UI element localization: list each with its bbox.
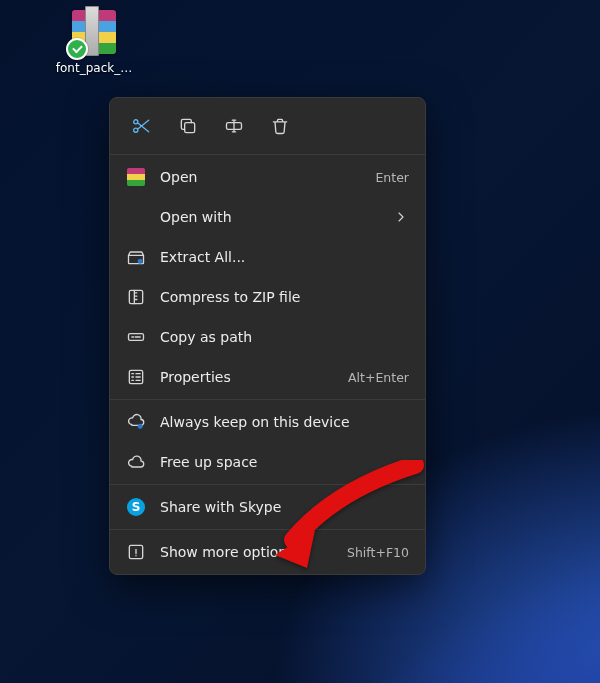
menu-item-open-with[interactable]: Open with [110, 197, 425, 237]
separator [110, 154, 425, 155]
svg-rect-0 [185, 123, 195, 133]
trash-icon [270, 116, 290, 136]
skype-icon: S [126, 497, 146, 517]
menu-item-label: Compress to ZIP file [160, 289, 409, 305]
desktop-file-label: font_pack_… [51, 61, 137, 75]
zip-icon [126, 287, 146, 307]
menu-item-show-more-options[interactable]: Show more options Shift+F10 [110, 532, 425, 572]
copy-path-icon [126, 327, 146, 347]
menu-item-label: Always keep on this device [160, 414, 409, 430]
menu-item-compress[interactable]: Compress to ZIP file [110, 277, 425, 317]
desktop-file-item[interactable]: font_pack_… [51, 8, 137, 75]
properties-icon [126, 367, 146, 387]
menu-item-share-skype[interactable]: S Share with Skype [110, 487, 425, 527]
show-more-icon [126, 542, 146, 562]
menu-item-label: Extract All... [160, 249, 409, 265]
rename-icon [224, 116, 244, 136]
menu-item-copy-as-path[interactable]: Copy as path [110, 317, 425, 357]
svg-point-6 [138, 424, 143, 429]
scissors-icon [132, 116, 152, 136]
separator [110, 484, 425, 485]
menu-item-label: Open with [160, 209, 393, 225]
delete-button[interactable] [262, 110, 298, 142]
copy-icon [178, 116, 198, 136]
cloud-sync-icon [126, 412, 146, 432]
extract-icon [126, 247, 146, 267]
cut-button[interactable] [124, 110, 160, 142]
chevron-right-icon [393, 209, 409, 225]
menu-item-extract-all[interactable]: Extract All... [110, 237, 425, 277]
menu-item-properties[interactable]: Properties Alt+Enter [110, 357, 425, 397]
copy-button[interactable] [170, 110, 206, 142]
context-menu: Open Enter Open with Extract All... Comp… [109, 97, 426, 575]
menu-item-label: Show more options [160, 544, 347, 560]
menu-item-accelerator: Shift+F10 [347, 545, 409, 560]
separator [110, 529, 425, 530]
menu-item-accelerator: Alt+Enter [348, 370, 409, 385]
menu-item-label: Share with Skype [160, 499, 409, 515]
menu-item-always-keep[interactable]: Always keep on this device [110, 402, 425, 442]
menu-item-label: Properties [160, 369, 348, 385]
separator [110, 399, 425, 400]
rar-archive-icon [70, 8, 118, 56]
blank-icon [126, 207, 146, 227]
winrar-icon [126, 167, 146, 187]
menu-item-free-up-space[interactable]: Free up space [110, 442, 425, 482]
menu-item-open[interactable]: Open Enter [110, 157, 425, 197]
desktop[interactable]: font_pack_… Open Enter [0, 0, 600, 683]
menu-item-label: Copy as path [160, 329, 409, 345]
sync-checkmark-badge [66, 38, 88, 60]
svg-point-2 [138, 259, 143, 264]
menu-item-label: Open [160, 169, 375, 185]
quick-actions-row [110, 98, 425, 152]
cloud-icon [126, 452, 146, 472]
menu-item-label: Free up space [160, 454, 409, 470]
menu-item-accelerator: Enter [375, 170, 409, 185]
rename-button[interactable] [216, 110, 252, 142]
